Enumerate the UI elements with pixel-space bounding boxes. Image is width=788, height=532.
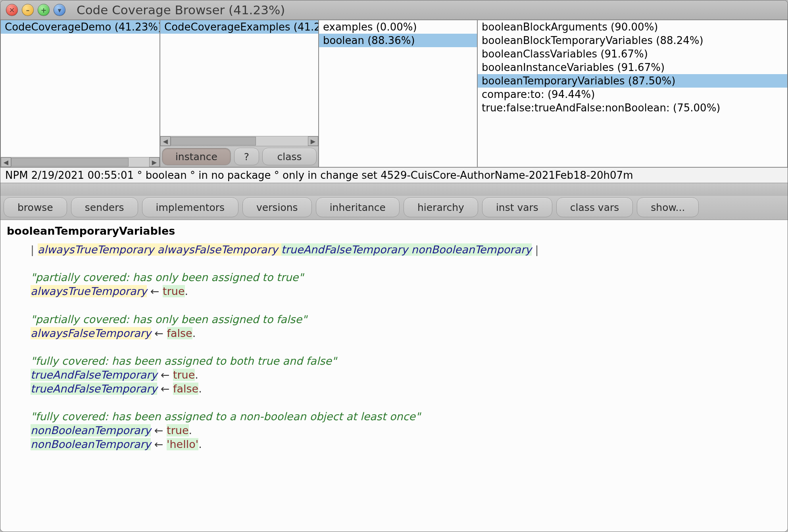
protocol-pane: examples (0.00%) boolean (88.36%) [319,20,477,167]
code-line: trueAndFalseTemporary ← true. [7,368,781,382]
code-line: | alwaysTrueTemporary alwaysFalseTempora… [7,243,781,256]
literal: false [167,327,192,339]
show-button[interactable]: show... [637,197,699,217]
scroll-left-icon[interactable]: ◀ [1,157,11,167]
list-item[interactable]: booleanBlockArguments (90.00%) [478,20,787,34]
temp-decl-full: trueAndFalseTemporary nonBooleanTemporar… [281,243,532,256]
titlebar: ✕ – + ▾ Code Coverage Browser (41.23%) [0,0,788,20]
list-item[interactable]: examples (0.00%) [319,20,477,34]
variable: trueAndFalseTemporary [31,369,157,381]
class-vars-button[interactable]: class vars [556,197,633,217]
instance-class-switch: instance ? class [160,146,318,167]
code-line: trueAndFalseTemporary ← false. [7,382,781,396]
variable: nonBooleanTemporary [31,424,151,436]
browser-panes: CodeCoverageDemo (41.23%) ◀ ▶ CodeCovera… [0,20,788,168]
list-item[interactable]: booleanTemporaryVariables (87.50%) [478,74,787,88]
variable: nonBooleanTemporary [31,438,151,450]
scroll-left-icon[interactable]: ◀ [160,136,171,146]
code-line: nonBooleanTemporary ← 'hello'. [7,437,781,451]
window: ✕ – + ▾ Code Coverage Browser (41.23%) C… [0,0,788,532]
variable: alwaysFalseTemporary [31,327,151,339]
category-pane: CodeCoverageDemo (41.23%) ◀ ▶ [0,20,160,167]
literal: true [173,369,195,381]
h-scrollbar[interactable]: ◀ ▶ [160,136,318,146]
browse-button[interactable]: browse [4,197,67,217]
implementors-button[interactable]: implementors [142,197,238,217]
code-line: "fully covered: has been assigned to bot… [7,354,781,368]
senders-button[interactable]: senders [71,197,138,217]
scroll-thumb[interactable] [171,137,256,145]
list-item[interactable]: CodeCoverageDemo (41.23%) [1,20,160,34]
variable: trueAndFalseTemporary [31,383,157,395]
temp-decl-partial: alwaysTrueTemporary alwaysFalseTemporary [38,243,281,256]
class-button[interactable]: class [262,148,317,165]
status-line: NPM 2/19/2021 00:55:01 ° boolean ° in no… [0,168,788,183]
list-item[interactable]: compare:to: (94.44%) [478,88,787,101]
window-title: Code Coverage Browser (41.23%) [77,3,285,17]
list-item[interactable]: booleanInstanceVariables (91.67%) [478,61,787,74]
code-line: "partially covered: has only been assign… [7,270,781,284]
list-item[interactable]: CodeCoverageExamples (41.23%) [160,20,318,34]
literal: true [167,424,188,436]
maximize-icon[interactable]: + [38,4,50,16]
hierarchy-button[interactable]: hierarchy [404,197,478,217]
scroll-track[interactable] [11,158,149,166]
inst-vars-button[interactable]: inst vars [482,197,552,217]
h-scrollbar[interactable]: ◀ ▶ [1,157,160,167]
code-line: nonBooleanTemporary ← true. [7,423,781,437]
class-list[interactable]: CodeCoverageExamples (41.23%) [160,20,318,136]
list-item[interactable]: booleanClassVariables (91.67%) [478,47,787,61]
scroll-right-icon[interactable]: ▶ [308,136,318,146]
method-selector: booleanTemporaryVariables [7,224,781,238]
help-button[interactable]: ? [234,148,259,165]
list-item[interactable]: boolean (88.36%) [319,34,477,47]
code-pane[interactable]: booleanTemporaryVariables | alwaysTrueTe… [0,220,788,532]
code-line: "partially covered: has only been assign… [7,312,781,326]
close-icon[interactable]: ✕ [6,4,18,16]
comment: "fully covered: has been assigned to a n… [31,410,420,423]
comment: "fully covered: has been assigned to bot… [31,355,336,367]
code-line: alwaysTrueTemporary ← true. [7,284,781,298]
toolbar: browse senders implementors versions inh… [0,196,788,220]
comment: "partially covered: has only been assign… [31,271,304,283]
scroll-track[interactable] [171,137,308,145]
list-item[interactable]: booleanBlockTemporaryVariables (88.24%) [478,34,787,47]
literal: 'hello' [167,438,198,450]
window-menu-icon[interactable]: ▾ [54,4,65,16]
scroll-right-icon[interactable]: ▶ [149,157,160,167]
variable: alwaysTrueTemporary [31,285,147,297]
code-line: "fully covered: has been assigned to a n… [7,410,781,423]
literal: false [173,383,198,395]
minimize-icon[interactable]: – [22,4,34,16]
protocol-list[interactable]: examples (0.00%) boolean (88.36%) [319,20,477,167]
list-item[interactable]: true:false:trueAndFalse:nonBoolean: (75.… [478,101,787,115]
method-list[interactable]: booleanBlockArguments (90.00%) booleanBl… [478,20,787,167]
literal: true [163,285,185,297]
method-pane: booleanBlockArguments (90.00%) booleanBl… [477,20,788,167]
class-pane: CodeCoverageExamples (41.23%) ◀ ▶ instan… [160,20,319,167]
versions-button[interactable]: versions [242,197,312,217]
separator[interactable] [0,183,788,196]
code-line: alwaysFalseTemporary ← false. [7,326,781,340]
inheritance-button[interactable]: inheritance [316,197,400,217]
comment: "partially covered: has only been assign… [31,313,307,325]
scroll-thumb[interactable] [11,158,129,166]
instance-button[interactable]: instance [162,148,231,165]
category-list[interactable]: CodeCoverageDemo (41.23%) [1,20,160,157]
